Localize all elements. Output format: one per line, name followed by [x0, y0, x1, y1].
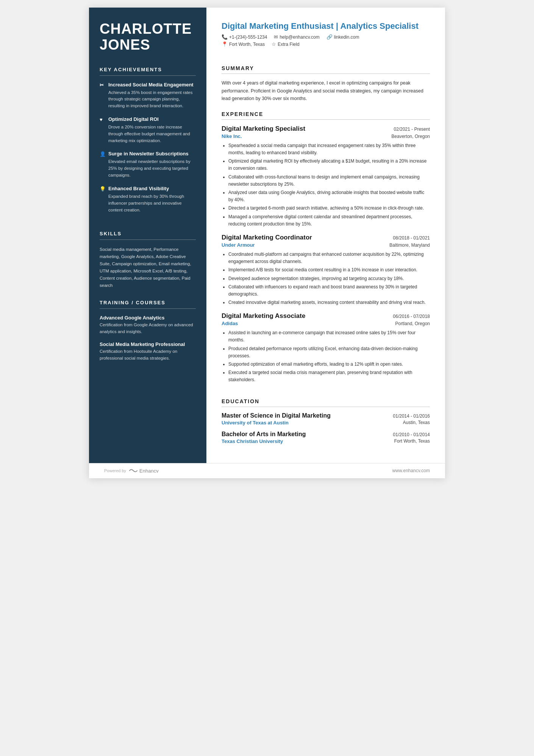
achievement-4-text: Expanded brand reach by 30% through infl… — [100, 193, 196, 213]
brand-name: Enhancv — [139, 468, 159, 474]
training-2-desc: Certification from Hootsuite Academy on … — [100, 348, 196, 362]
brand-logo: Enhancv — [129, 468, 159, 474]
resume-page: CHARLOTTE JONES KEY ACHIEVEMENTS ✂ Incre… — [89, 8, 445, 478]
job-2-header: Digital Marketing Coordinator 08/2018 - … — [222, 234, 430, 241]
footer-website: www.enhancv.com — [392, 468, 430, 473]
achievement-3-text: Elevated email newsletter subscriptions … — [100, 158, 196, 178]
job-2-location: Baltimore, Maryland — [389, 243, 430, 248]
summary-divider — [222, 74, 430, 74]
achievement-4: 💡 Enhanced Brand Visibility Expanded bra… — [100, 186, 196, 213]
edu-2-header: Bachelor of Arts in Marketing 01/2010 - … — [222, 431, 430, 438]
bullet: Collaborated with influencers to expand … — [228, 283, 430, 298]
edu-1-subrow: University of Texas at Austin Austin, Te… — [222, 420, 430, 426]
bullet: Executed a targeted social media crisis … — [228, 369, 430, 383]
training-title: TRAINING / COURSES — [100, 300, 196, 305]
bullet: Optimized digital marketing ROI by effec… — [228, 158, 430, 172]
email-icon: ✉ — [274, 34, 278, 40]
edu-1-degree: Master of Science in Digital Marketing — [222, 412, 331, 419]
job-2-company: Under Armour — [222, 242, 255, 248]
candidate-name: CHARLOTTE JONES — [100, 21, 196, 53]
contact-row-2: 📍 Fort Worth, Texas ☆ Extra Field — [222, 41, 430, 47]
edu-1-location: Austin, Texas — [403, 420, 430, 426]
job-2-bullets: Coordinated multi-platform ad campaigns … — [222, 251, 430, 306]
education-section: EDUCATION Master of Science in Digital M… — [222, 390, 430, 449]
training-2: Social Media Marketing Professional Cert… — [100, 341, 196, 362]
job-1-date: 02/2021 - Present — [394, 127, 430, 132]
job-3-location: Portland, Oregon — [395, 321, 430, 326]
training-divider — [100, 308, 196, 309]
job-1: Digital Marketing Specialist 02/2021 - P… — [222, 125, 430, 228]
achievements-title: KEY ACHIEVEMENTS — [100, 67, 196, 72]
footer-left: Powered by Enhancv — [104, 468, 159, 474]
training-1-desc: Certification from Google Academy on adv… — [100, 322, 196, 335]
achievement-2-text: Drove a 20% conversion rate increase thr… — [100, 124, 196, 144]
heart-icon: ♥ — [100, 117, 106, 122]
phone-contact: 📞 +1-(234)-555-1234 — [222, 34, 267, 40]
training-section: TRAINING / COURSES Advanced Google Analy… — [100, 300, 196, 368]
achievement-2: ♥ Optimized Digital ROI Drove a 20% conv… — [100, 116, 196, 144]
training-1: Advanced Google Analytics Certification … — [100, 315, 196, 335]
training-1-title: Advanced Google Analytics — [100, 315, 196, 321]
job-3-subrow: Adidas Portland, Oregon — [222, 321, 430, 326]
edu-2-subrow: Texas Christian University Fort Worth, T… — [222, 438, 430, 444]
bullet: Produced detailed performance reports ut… — [228, 345, 430, 360]
achievement-1: ✂ Increased Social Media Engagement Achi… — [100, 82, 196, 110]
edu-2: Bachelor of Arts in Marketing 01/2010 - … — [222, 431, 430, 444]
lightbulb-icon: 💡 — [100, 186, 106, 192]
training-2-title: Social Media Marketing Professional — [100, 341, 196, 347]
location-contact: 📍 Fort Worth, Texas — [222, 41, 265, 47]
job-1-subrow: Nike Inc. Beaverton, Oregon — [222, 133, 430, 139]
skills-text: Social media management, Performance mar… — [100, 246, 196, 289]
star-icon: ☆ — [272, 41, 276, 47]
job-2-subrow: Under Armour Baltimore, Maryland — [222, 242, 430, 248]
bullet: Implemented A/B tests for social media c… — [228, 266, 430, 274]
job-2: Digital Marketing Coordinator 08/2018 - … — [222, 234, 430, 306]
job-1-title: Digital Marketing Specialist — [222, 125, 305, 133]
edu-2-school: Texas Christian University — [222, 438, 283, 444]
edu-1-school: University of Texas at Austin — [222, 420, 289, 426]
edu-1-header: Master of Science in Digital Marketing 0… — [222, 412, 430, 419]
edu-2-location: Fort Worth, Texas — [394, 438, 430, 444]
bullet: Developed audience segmentation strategi… — [228, 275, 430, 282]
job-3-company: Adidas — [222, 321, 238, 326]
bullet: Collaborated with cross-functional teams… — [228, 174, 430, 188]
edu-2-date: 01/2010 - 01/2014 — [393, 432, 430, 437]
edu-1-date: 01/2014 - 01/2016 — [393, 413, 430, 419]
extra-contact: ☆ Extra Field — [272, 41, 299, 47]
bullet: Analyzed user data using Google Analytic… — [228, 189, 430, 203]
achievements-section: KEY ACHIEVEMENTS ✂ Increased Social Medi… — [100, 67, 196, 221]
bullet: Coordinated multi-platform ad campaigns … — [228, 251, 430, 265]
achievement-3: 👤 Surge in Newsletter Subscriptions Elev… — [100, 151, 196, 178]
footer: Powered by Enhancv www.enhancv.com — [89, 463, 445, 478]
summary-text: With over 4 years of digital marketing e… — [222, 79, 430, 103]
skills-title: SKILLS — [100, 231, 196, 236]
experience-section: EXPERIENCE Digital Marketing Specialist … — [222, 103, 430, 390]
bullet: Supported optimization of email marketin… — [228, 361, 430, 368]
job-2-date: 08/2018 - 01/2021 — [393, 235, 430, 241]
summary-title: SUMMARY — [222, 65, 430, 71]
achievements-divider — [100, 75, 196, 76]
job-2-title: Digital Marketing Coordinator — [222, 234, 312, 241]
job-3-date: 06/2016 - 07/2018 — [393, 314, 430, 319]
job-3: Digital Marketing Associate 06/2016 - 07… — [222, 312, 430, 383]
job-3-header: Digital Marketing Associate 06/2016 - 07… — [222, 312, 430, 320]
edu-1: Master of Science in Digital Marketing 0… — [222, 412, 430, 426]
job-1-bullets: Spearheaded a social media campaign that… — [222, 142, 430, 228]
main-content: Digital Marketing Enthusiast | Analytics… — [206, 8, 445, 463]
summary-section: SUMMARY With over 4 years of digital mar… — [222, 57, 430, 103]
contact-row: 📞 +1-(234)-555-1234 ✉ help@enhancv.com 🔗… — [222, 34, 430, 40]
bullet: Created innovative digital marketing ass… — [228, 299, 430, 306]
job-3-title: Digital Marketing Associate — [222, 312, 305, 320]
location-icon: 📍 — [222, 41, 228, 47]
main-header: Digital Marketing Enthusiast | Analytics… — [222, 21, 430, 49]
phone-icon: 📞 — [222, 34, 228, 40]
job-1-location: Beaverton, Oregon — [392, 134, 430, 139]
achievement-1-text: Achieved a 35% boost in engagement rates… — [100, 89, 196, 110]
bullet: Spearheaded a social media campaign that… — [228, 142, 430, 157]
main-title: Digital Marketing Enthusiast | Analytics… — [222, 21, 430, 31]
education-title: EDUCATION — [222, 398, 430, 404]
linkedin-contact: 🔗 linkedin.com — [326, 34, 359, 40]
skills-divider — [100, 239, 196, 240]
sidebar: CHARLOTTE JONES KEY ACHIEVEMENTS ✂ Incre… — [89, 8, 206, 463]
powered-by-text: Powered by — [104, 468, 126, 473]
